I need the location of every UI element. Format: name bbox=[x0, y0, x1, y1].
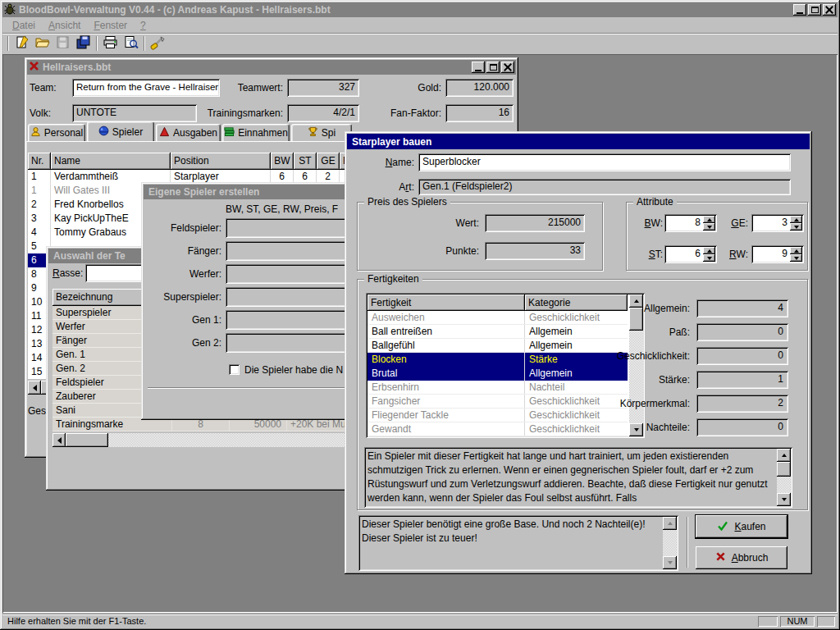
col-header-bw[interactable]: BW bbox=[271, 153, 294, 170]
scrollbar-thumb[interactable] bbox=[66, 433, 108, 447]
print-preview-button[interactable] bbox=[121, 35, 141, 52]
preis-group: Preis des Spielers Wert: 215000 Punkte: … bbox=[357, 202, 603, 271]
scroll-left-icon[interactable] bbox=[28, 381, 41, 395]
counter-value: 1 bbox=[696, 371, 788, 389]
scrollbar-track[interactable] bbox=[663, 530, 677, 556]
spin-up-icon[interactable] bbox=[790, 247, 802, 254]
skill-counters: Allgemein:4 Paß:0 Geschicklichkeit:0 Stä… bbox=[522, 299, 788, 442]
tab-personal[interactable]: Personal bbox=[28, 124, 85, 141]
open-folder-button[interactable] bbox=[32, 35, 52, 52]
tab-spieler[interactable]: Spieler bbox=[87, 121, 154, 141]
scrollbar-track[interactable] bbox=[777, 477, 791, 493]
save-button[interactable] bbox=[52, 35, 73, 52]
minimize-button[interactable] bbox=[793, 4, 806, 16]
tab-ausgaben[interactable]: Ausgaben bbox=[156, 124, 221, 141]
scrollbar-thumb[interactable] bbox=[777, 462, 791, 477]
counter-value: 0 bbox=[696, 418, 788, 436]
abbruch-button[interactable]: Abbruch bbox=[696, 546, 788, 569]
dialog-titlebar[interactable]: Starplayer bauen bbox=[347, 134, 810, 149]
check-icon bbox=[717, 521, 728, 533]
punkte-label: Punkte: bbox=[364, 245, 479, 258]
ge-spin-buttons[interactable] bbox=[790, 216, 802, 231]
bw-spin-buttons[interactable] bbox=[703, 216, 715, 231]
bw-label: BW: bbox=[628, 217, 663, 230]
tab-label: Spi bbox=[322, 127, 336, 139]
desktop: BloodBowl-Verwaltung V0.44 - (c) Andreas… bbox=[0, 0, 840, 630]
wert-label: Wert: bbox=[364, 217, 479, 230]
col-header-nr[interactable]: Nr. bbox=[28, 153, 51, 170]
tab-spiele[interactable]: Spi bbox=[291, 124, 352, 141]
art-label: Art: bbox=[353, 181, 414, 194]
menu-help[interactable]: ? bbox=[134, 18, 153, 33]
auswahl-title: Auswahl der Te bbox=[50, 250, 126, 262]
scroll-down-icon[interactable] bbox=[663, 556, 677, 569]
col-header-name[interactable]: Name bbox=[51, 153, 171, 170]
minimize-button[interactable] bbox=[472, 62, 485, 73]
menu-datei[interactable]: Datei bbox=[6, 18, 42, 33]
tab-label: Spieler bbox=[112, 126, 143, 138]
tab-einnahmen[interactable]: Einnahmen bbox=[222, 124, 290, 141]
status-panel-scroll bbox=[817, 616, 835, 627]
warning-box: Dieser Spieler benötigt eine große Base.… bbox=[358, 515, 678, 571]
attribute-group: Attribute BW: 8 GE: 3 ST: 6 RW: 9 bbox=[626, 202, 808, 271]
spin-up-icon[interactable] bbox=[790, 216, 802, 223]
st-spin-buttons[interactable] bbox=[703, 247, 715, 262]
dialog-title: Starplayer bauen bbox=[349, 136, 431, 148]
counter-value: 2 bbox=[696, 395, 788, 413]
main-titlebar[interactable]: BloodBowl-Verwaltung V0.44 - (c) Andreas… bbox=[2, 2, 838, 17]
rw-spin-buttons[interactable] bbox=[790, 247, 802, 262]
kaufen-button[interactable]: Kaufen bbox=[696, 515, 788, 538]
columns-hint: BW, ST, GE, RW, Preis, F bbox=[226, 203, 338, 216]
col-header-fertigkeit[interactable]: Fertigkeit bbox=[368, 294, 525, 311]
gen2-label: Gen 2: bbox=[141, 337, 221, 349]
name-input[interactable]: Superblocker bbox=[418, 153, 791, 171]
scroll-up-icon[interactable] bbox=[663, 517, 677, 530]
starplayer-dialog: Starplayer bauen Name: Superblocker Art:… bbox=[345, 131, 812, 574]
feldspieler-label: Feldspieler: bbox=[141, 222, 221, 235]
close-button[interactable] bbox=[823, 4, 836, 16]
counter-row: Nachteile:0 bbox=[522, 418, 788, 436]
scroll-left-icon[interactable] bbox=[52, 433, 66, 447]
teamwert-value: 327 bbox=[287, 79, 359, 97]
button-separator bbox=[687, 517, 688, 568]
spin-up-icon[interactable] bbox=[703, 247, 715, 254]
description-vscrollbar[interactable] bbox=[777, 449, 791, 506]
preis-group-title: Preis des Spielers bbox=[364, 196, 450, 208]
warning-vscrollbar[interactable] bbox=[663, 517, 677, 569]
settings-button[interactable] bbox=[148, 35, 168, 52]
toolbar bbox=[2, 33, 838, 53]
new-document-button[interactable] bbox=[11, 35, 32, 52]
punkte-value: 33 bbox=[485, 242, 585, 260]
attribute-group-title: Attribute bbox=[633, 196, 677, 208]
team-window-title: Hellraisers.bbt bbox=[39, 62, 111, 73]
ge-label: GE: bbox=[715, 217, 748, 230]
counter-value: 0 bbox=[696, 347, 788, 365]
maximize-button[interactable] bbox=[486, 62, 500, 73]
spin-down-icon[interactable] bbox=[790, 254, 802, 262]
maximize-button[interactable] bbox=[808, 4, 821, 16]
skill-description-text: Ein Spieler mit dieser Fertigkeit hat la… bbox=[368, 450, 775, 505]
trainingsmarken-value: 4/2/1 bbox=[287, 104, 359, 122]
team-window-titlebar[interactable]: Hellraisers.bbt bbox=[27, 60, 516, 75]
helmet-icon bbox=[98, 126, 109, 139]
spin-down-icon[interactable] bbox=[790, 223, 802, 231]
spin-up-icon[interactable] bbox=[703, 216, 715, 223]
save-all-button[interactable] bbox=[73, 35, 94, 52]
kaufen-button-label: Kaufen bbox=[734, 521, 765, 532]
scroll-down-icon[interactable] bbox=[777, 493, 791, 506]
fertigkeiten-group-title: Fertigkeiten bbox=[364, 273, 422, 285]
menu-fenster[interactable]: Fenster bbox=[87, 18, 134, 33]
status-help-text: Hilfe erhalten Sie mit der F1-Taste. bbox=[2, 616, 758, 626]
spin-down-icon[interactable] bbox=[703, 223, 715, 231]
spin-down-icon[interactable] bbox=[703, 254, 715, 262]
scroll-up-icon[interactable] bbox=[777, 449, 791, 462]
cross-icon bbox=[715, 551, 726, 564]
menu-ansicht[interactable]: Ansicht bbox=[42, 18, 87, 33]
close-button[interactable] bbox=[501, 62, 514, 73]
col-header-st[interactable]: ST bbox=[294, 153, 317, 170]
col-header-ge[interactable]: GE bbox=[317, 153, 340, 170]
col-header-position[interactable]: Position bbox=[171, 153, 271, 170]
spieler-checkbox[interactable] bbox=[229, 364, 240, 375]
counter-value: 4 bbox=[696, 299, 788, 317]
print-button[interactable] bbox=[100, 35, 121, 52]
